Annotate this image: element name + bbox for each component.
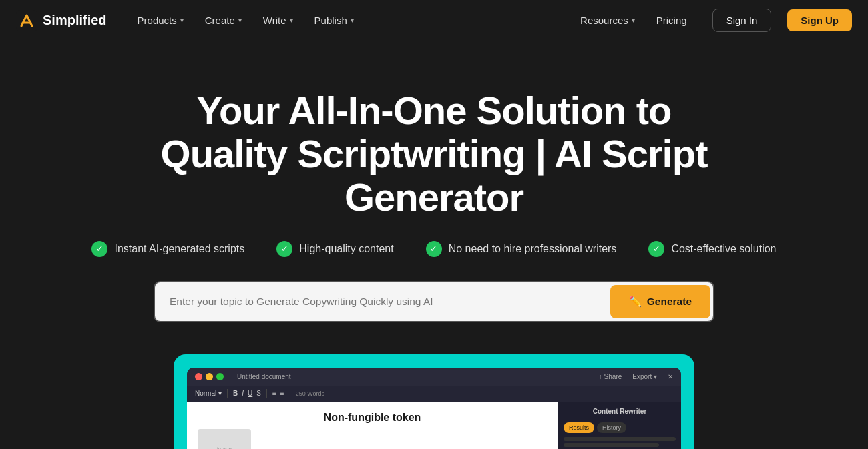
- navbar: Simplified Products ▾ Create ▾ Write ▾ P…: [0, 0, 868, 41]
- nav-right: Resources ▾ Pricing Sign In Sign Up: [571, 9, 852, 32]
- toolbar-underline[interactable]: U: [248, 390, 252, 397]
- window-title: Untitled document: [237, 373, 291, 380]
- nav-label-products: Products: [138, 15, 177, 26]
- window-content: Non-fungible token image Content Rewrite…: [187, 402, 681, 449]
- toolbar-separator: [266, 389, 267, 398]
- text-line: [564, 437, 676, 441]
- hero-features: ✓ Instant AI-generated scripts ✓ High-qu…: [13, 241, 855, 257]
- editor-title: Non-fungible token: [198, 412, 547, 424]
- toolbar-separator: [227, 389, 228, 398]
- feature-label-2: High-quality content: [299, 243, 393, 255]
- check-icon: ✓: [648, 241, 664, 257]
- tab-history[interactable]: History: [597, 422, 626, 433]
- tab-results[interactable]: Results: [564, 422, 594, 433]
- feature-label-4: Cost-effective solution: [671, 243, 776, 255]
- window-minimize-dot[interactable]: [206, 373, 213, 380]
- check-icon: ✓: [276, 241, 292, 257]
- nav-item-resources[interactable]: Resources ▾: [571, 9, 644, 31]
- nav-item-pricing[interactable]: Pricing: [647, 9, 696, 31]
- nav-label-resources: Resources: [580, 15, 628, 26]
- nav-right-links: Resources ▾ Pricing: [571, 9, 696, 31]
- sidebar-panel: Content Rewriter Results History: [558, 402, 681, 449]
- toolbar-strikethrough[interactable]: S: [256, 390, 261, 397]
- nav-item-write[interactable]: Write ▾: [254, 9, 302, 31]
- editor-image-placeholder: image: [198, 429, 251, 449]
- chevron-down-icon: ▾: [351, 17, 354, 24]
- app-preview-wrapper: Untitled document ↑ Share Export ▾ ✕ Nor…: [13, 354, 855, 449]
- nav-label-write: Write: [263, 15, 286, 26]
- toolbar-list[interactable]: ≡: [272, 390, 276, 397]
- nav-item-create[interactable]: Create ▾: [196, 9, 251, 31]
- topic-input[interactable]: [155, 284, 608, 320]
- generate-button[interactable]: ✏️ Generate: [610, 285, 710, 318]
- nav-item-products[interactable]: Products ▾: [128, 9, 193, 31]
- editor-area[interactable]: Non-fungible token image: [187, 402, 558, 449]
- export-button[interactable]: Export ▾: [632, 373, 657, 380]
- nav-item-publish[interactable]: Publish ▾: [305, 9, 363, 31]
- generate-icon: ✏️: [629, 296, 642, 308]
- topic-input-bar: ✏️ Generate: [154, 281, 714, 322]
- toolbar-format-normal[interactable]: Normal ▾: [195, 390, 222, 397]
- logo[interactable]: Simplified: [16, 10, 107, 31]
- panel-header: Content Rewriter: [564, 408, 676, 418]
- check-icon: ✓: [426, 241, 442, 257]
- toolbar-align[interactable]: ≡: [280, 390, 284, 397]
- hero-title: Your All-In-One Solution to Quality Scri…: [134, 89, 734, 219]
- hero-section: Your All-In-One Solution to Quality Scri…: [0, 41, 868, 449]
- app-preview-outer: Untitled document ↑ Share Export ▾ ✕ Nor…: [174, 354, 694, 449]
- chevron-down-icon: ▾: [632, 17, 635, 24]
- app-window: Untitled document ↑ Share Export ▾ ✕ Nor…: [187, 368, 681, 449]
- brand-name: Simplified: [43, 13, 107, 28]
- panel-text-lines: [564, 437, 676, 449]
- generate-label: Generate: [647, 296, 692, 308]
- check-icon: ✓: [91, 241, 107, 257]
- window-titlebar: Untitled document ↑ Share Export ▾ ✕: [187, 368, 681, 386]
- share-button[interactable]: ↑ Share: [599, 373, 622, 380]
- nav-links: Products ▾ Create ▾ Write ▾ Publish ▾: [128, 9, 571, 31]
- nav-label-pricing: Pricing: [656, 15, 687, 26]
- chevron-down-icon: ▾: [290, 17, 293, 24]
- window-maximize-dot[interactable]: [216, 373, 224, 380]
- svg-rect-0: [16, 10, 37, 31]
- signin-button[interactable]: Sign In: [712, 9, 772, 32]
- nav-label-create: Create: [205, 15, 235, 26]
- toolbar-word-count: 250 Words: [296, 390, 324, 397]
- chevron-down-icon: ▾: [180, 17, 184, 24]
- feature-item-4: ✓ Cost-effective solution: [648, 241, 776, 257]
- signup-button[interactable]: Sign Up: [787, 9, 852, 31]
- toolbar-bold[interactable]: B: [233, 390, 238, 397]
- toolbar-italic[interactable]: I: [242, 390, 244, 397]
- logo-icon: [16, 10, 37, 31]
- feature-label-3: No need to hire professional writers: [449, 243, 617, 255]
- window-close-button[interactable]: ✕: [668, 373, 673, 380]
- feature-item-1: ✓ Instant AI-generated scripts: [91, 241, 244, 257]
- feature-item-3: ✓ No need to hire professional writers: [426, 241, 617, 257]
- window-close-dot[interactable]: [195, 373, 202, 380]
- toolbar-separator: [290, 389, 290, 398]
- feature-label-1: Instant AI-generated scripts: [114, 243, 244, 255]
- text-line: [564, 443, 659, 447]
- window-toolbar: Normal ▾ B I U S ≡ ≡ 250 Words: [187, 386, 681, 402]
- panel-tabs: Results History: [564, 422, 676, 433]
- feature-item-2: ✓ High-quality content: [276, 241, 393, 257]
- nav-label-publish: Publish: [314, 15, 347, 26]
- chevron-down-icon: ▾: [238, 17, 242, 24]
- window-dots: [195, 373, 224, 380]
